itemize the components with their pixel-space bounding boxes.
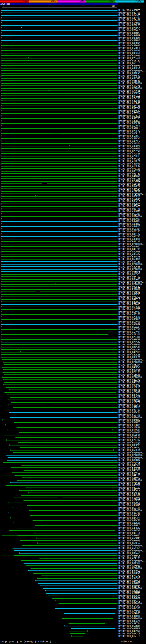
hit-bar[interactable] <box>2 251 117 252</box>
hit-bar[interactable] <box>30 510 117 511</box>
hit-label[interactable]: UniRef100_Q0JBY8 <box>118 37 140 39</box>
hit-bar[interactable] <box>2 208 110 209</box>
hit-label[interactable]: UniRef100_B9Q6X4 <box>118 595 140 597</box>
hit-bar[interactable] <box>2 108 117 109</box>
hit-label[interactable]: UniRef100_C1C2F1 <box>118 404 140 406</box>
hit-label[interactable]: UniRef100_C4JF46 <box>118 100 140 102</box>
hit-bar[interactable] <box>24 563 117 564</box>
hit-label[interactable]: UniRef100_B5DL86 <box>118 449 140 452</box>
hit-label[interactable]: UniRef100_Q9GSB1 <box>118 286 140 288</box>
hit-label[interactable]: UniRef100_A8JHC3 <box>118 9 140 12</box>
hit-label[interactable]: UniRef100_B8MGZ7 <box>118 110 140 112</box>
hit-bar[interactable] <box>2 118 117 119</box>
hit-bar[interactable] <box>2 151 117 152</box>
hit-label[interactable]: UniRef100_UPI0000... <box>118 544 146 547</box>
hit-bar[interactable] <box>15 555 117 556</box>
hit-label[interactable]: UniRef100_B8LBD2 <box>118 459 140 462</box>
hit-bar[interactable] <box>9 445 117 446</box>
hit-label[interactable]: UniRef100_Q75277 <box>118 230 140 233</box>
hit-bar[interactable] <box>2 138 117 139</box>
hit-label[interactable]: UniRef100_Q9VC91 <box>118 514 140 517</box>
hit-label[interactable]: UniRef100_B6JUU0 <box>118 258 140 260</box>
hit-bar[interactable] <box>8 502 117 503</box>
hit-bar[interactable] <box>2 63 117 64</box>
hit-bar[interactable] <box>5 374 117 375</box>
hit-bar[interactable] <box>2 50 117 51</box>
hit-bar[interactable] <box>2 48 117 48</box>
hit-bar[interactable] <box>4 384 117 385</box>
hit-label[interactable]: UniRef100_B9IML4 <box>118 128 140 130</box>
hit-label[interactable]: UniRef100_P42756 <box>118 12 140 14</box>
hit-bar[interactable] <box>3 372 117 372</box>
hit-bar[interactable] <box>2 282 117 282</box>
hit-label[interactable]: UniRef100_A1DFJ2 <box>118 165 140 168</box>
hit-label[interactable]: UniRef100_Q5CRJ8 <box>118 625 140 627</box>
hit-bar[interactable] <box>2 259 117 260</box>
hit-label[interactable]: UniRef100_Q9P0F3 <box>118 540 140 542</box>
hit-label[interactable]: UniRef100_B7TL75 <box>118 436 140 439</box>
hit-label[interactable]: UniRef100_B4PSM1 <box>118 469 140 472</box>
hit-bar[interactable] <box>2 342 117 342</box>
hit-label[interactable]: UniRef100_A6NHL2 <box>118 524 140 527</box>
hit-bar[interactable] <box>2 153 117 154</box>
hit-label[interactable]: UniRef100_A7P608 <box>118 90 140 92</box>
hit-label[interactable]: UniRef100_C1BL00 <box>118 374 140 376</box>
hit-label[interactable]: UniRef100_C7YIG9 <box>118 97 140 100</box>
hit-bar[interactable] <box>2 30 117 31</box>
hit-label[interactable]: UniRef100_Q9V3H2 <box>118 396 140 399</box>
hit-label[interactable]: UniRef100_Q5RGJ0 <box>118 306 140 308</box>
hit-label[interactable]: UniRef100_Q7T3G1 <box>118 296 140 298</box>
hit-bar[interactable] <box>24 470 117 470</box>
hit-bar[interactable] <box>2 221 117 222</box>
hit-bar[interactable] <box>2 219 117 219</box>
hit-bar[interactable] <box>36 580 117 581</box>
hit-label[interactable]: UniRef100_B2HYN8 <box>118 150 140 152</box>
hit-label[interactable]: UniRef100_Q17IE1 <box>118 635 140 637</box>
hit-label[interactable]: UniRef100_A3LW50 <box>118 210 140 213</box>
hit-label[interactable]: UniRef100_B8NXQ5 <box>118 158 140 160</box>
hit-bar[interactable] <box>2 332 117 332</box>
hit-bar[interactable] <box>38 578 117 579</box>
hit-bar[interactable] <box>2 146 117 146</box>
hit-label[interactable]: UniRef100_Q3KH12 <box>118 419 140 421</box>
hit-bar[interactable] <box>2 324 117 325</box>
hit-bar[interactable] <box>56 608 116 609</box>
hit-bar[interactable] <box>2 43 117 44</box>
hit-bar[interactable] <box>12 468 117 468</box>
hit-label[interactable]: UniRef100_C1MUD0 <box>118 22 140 24</box>
hit-label[interactable]: UniRef100_Q2M2C9 <box>118 632 140 635</box>
hit-label[interactable]: UniRef100_P17093 <box>118 54 140 57</box>
hit-label[interactable]: UniRef100_B6K513 <box>118 492 140 494</box>
hit-label[interactable]: UniRef100_B4M3P9 <box>118 517 140 519</box>
hit-label[interactable]: UniRef100_C8VF99 <box>118 163 140 165</box>
hit-label[interactable]: UniRef100_B6QLJ9 <box>118 122 140 125</box>
hit-label[interactable]: UniRef100_Q05569 <box>118 80 140 82</box>
hit-label[interactable]: UniRef100_A7RLR0 <box>118 316 140 318</box>
hit-bar[interactable] <box>9 530 115 531</box>
hit-bar[interactable] <box>46 590 117 591</box>
hit-bar[interactable] <box>2 306 117 307</box>
hit-label[interactable]: UniRef100_Q9HH75 <box>118 148 140 150</box>
hit-bar[interactable] <box>14 452 117 453</box>
hit-bar[interactable] <box>2 244 117 244</box>
hit-bar[interactable] <box>4 435 117 436</box>
hit-bar[interactable] <box>2 76 117 76</box>
hit-bar[interactable] <box>2 279 117 280</box>
hit-bar[interactable] <box>15 498 58 498</box>
hit-label[interactable]: UniRef100_B6KBB9 <box>118 598 140 600</box>
hit-label[interactable]: UniRef100_B9SP75 <box>118 444 140 446</box>
hit-label[interactable]: UniRef100_Q6BEP5 <box>118 271 140 273</box>
hit-bar[interactable] <box>2 188 117 189</box>
hit-bar[interactable] <box>49 596 117 596</box>
hit-bar[interactable] <box>2 90 117 91</box>
hit-label[interactable]: UniRef100_Q4GX57 <box>118 236 140 238</box>
hit-label[interactable]: UniRef100_Q6C399 <box>118 228 140 230</box>
hit-label[interactable]: UniRef100_B6LVT6 <box>118 321 140 323</box>
hit-bar[interactable] <box>34 533 117 534</box>
hit-label[interactable]: UniRef100_Q4DXU7 <box>118 487 140 489</box>
hit-bar[interactable] <box>4 382 117 383</box>
hit-label[interactable]: UniRef100_C5ZPH1 <box>118 406 140 409</box>
hit-bar[interactable] <box>2 55 117 56</box>
hit-bar[interactable] <box>2 196 117 197</box>
hit-bar[interactable] <box>14 407 117 408</box>
